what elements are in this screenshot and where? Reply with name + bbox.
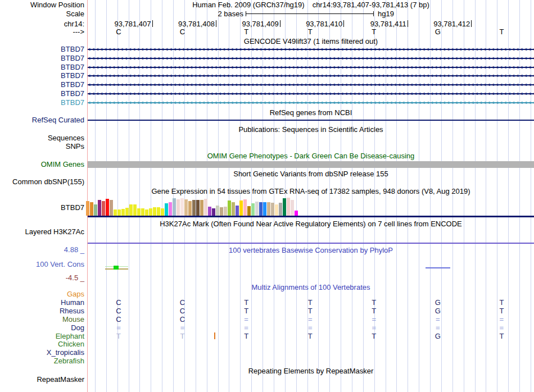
alignment-base: T (179, 332, 187, 340)
gtex-bar[interactable] (141, 208, 144, 216)
gtex-bar[interactable] (169, 202, 172, 216)
gtex-bar[interactable] (267, 202, 270, 216)
omim-title: OMIM Gene Phenotypes - Dark Green Can Be… (88, 152, 534, 159)
common-dbsnp-label[interactable]: Common dbSNP(155) (0, 178, 84, 185)
gtex-bar[interactable] (220, 207, 223, 216)
gtex-bar[interactable] (204, 199, 207, 216)
gtex-bar[interactable] (291, 200, 294, 216)
gtex-bar[interactable] (192, 200, 196, 216)
alignment-base: T (306, 332, 314, 340)
gtex-bar[interactable] (137, 208, 141, 216)
alignment-base: T (370, 307, 378, 314)
gtex-bar[interactable] (259, 202, 263, 216)
gene-label[interactable]: BTBD7 (0, 90, 84, 97)
species-label[interactable]: Zebrafish (0, 357, 84, 364)
gtex-bar[interactable] (279, 203, 282, 216)
gtex-bar[interactable] (133, 204, 137, 216)
gtex-bar[interactable] (196, 200, 200, 216)
species-label[interactable]: Gaps (0, 290, 84, 298)
gtex-bar[interactable] (102, 201, 105, 216)
gene-label[interactable]: BTBD7 (0, 72, 84, 79)
gtex-bar[interactable] (232, 202, 235, 216)
omim-genes-bar[interactable] (88, 161, 534, 168)
sequence-base: T (242, 28, 250, 35)
gtex-bar[interactable] (212, 208, 215, 216)
species-label[interactable]: Elephant (0, 332, 84, 340)
gtex-bar[interactable] (271, 203, 274, 216)
strand-direction-label: ---> (0, 28, 84, 35)
gtex-bar[interactable] (110, 200, 113, 216)
alignment-base: C (179, 316, 187, 323)
dbsnp-title: Short Genetic Variants from dbSNP releas… (88, 170, 534, 177)
gtex-bar[interactable] (200, 200, 203, 216)
gtex-bar[interactable] (114, 209, 117, 216)
cons-mark (426, 267, 450, 268)
gtex-bar[interactable] (287, 198, 290, 216)
species-label[interactable]: Chicken (0, 340, 84, 348)
gtex-bar[interactable] (177, 199, 180, 216)
gtex-bar[interactable] (180, 198, 184, 216)
gtex-bar[interactable] (224, 207, 227, 216)
h3k27ac-baseline[interactable] (88, 243, 534, 244)
gtex-bar[interactable] (86, 201, 89, 216)
gtex-bar[interactable] (121, 209, 125, 216)
repeatmasker-label[interactable]: RepeatMasker (0, 376, 84, 383)
gene-label[interactable]: BTBD7 (0, 54, 84, 62)
alignment-base: T (497, 299, 505, 306)
gtex-bar[interactable] (161, 208, 164, 216)
gtex-bar[interactable] (106, 199, 109, 216)
gtex-bar[interactable] (145, 209, 148, 216)
layered-h3k27ac-label[interactable]: Layered H3K27Ac (0, 228, 84, 235)
gtex-bar[interactable] (117, 209, 121, 216)
gtex-bar[interactable] (283, 198, 286, 216)
gtex-bar[interactable] (239, 200, 243, 216)
gtex-bar[interactable] (90, 202, 93, 216)
species-label[interactable]: Rhesus (0, 307, 84, 314)
sequences-label[interactable]: Sequences (0, 134, 84, 142)
gene-label[interactable]: BTBD7 (0, 99, 84, 106)
species-label[interactable]: Human (0, 299, 84, 306)
gtex-bar[interactable] (251, 203, 255, 216)
gtex-bar[interactable] (165, 203, 168, 216)
species-label[interactable]: Mouse (0, 316, 84, 323)
gtex-bar[interactable] (157, 207, 160, 216)
gene-label[interactable]: BTBD7 (0, 45, 84, 53)
snps-label[interactable]: SNPs (0, 143, 84, 150)
gtex-bar[interactable] (255, 202, 259, 216)
gtex-bar[interactable] (228, 200, 231, 216)
gtex-bar[interactable] (275, 204, 278, 216)
omim-genes-label[interactable]: OMIM Genes (0, 161, 84, 168)
gtex-bar[interactable] (173, 198, 176, 216)
species-label[interactable]: X_tropicalis (0, 349, 84, 356)
gtex-bar[interactable] (208, 207, 211, 216)
cons-mark (114, 266, 119, 270)
gtex-bar[interactable] (153, 207, 156, 216)
alignment-base: = (370, 316, 378, 323)
gtex-bar[interactable] (295, 211, 298, 216)
gtex-bar[interactable] (236, 206, 239, 216)
gtex-bar[interactable] (125, 208, 129, 216)
gtex-bar[interactable] (243, 199, 247, 216)
cons-track-label[interactable]: 100 Vert. Cons (0, 261, 84, 268)
gtex-bar[interactable] (247, 206, 251, 216)
gtex-bar[interactable] (94, 204, 97, 216)
gtex-bar[interactable] (98, 200, 101, 216)
refseq-curated-label[interactable]: RefSeq Curated (0, 116, 84, 124)
gtex-bar[interactable] (263, 202, 266, 216)
gtex-bar[interactable] (216, 206, 219, 216)
refseq-curated-line[interactable] (88, 120, 534, 121)
scale-bar-text: 2 bases (193, 10, 243, 17)
species-label[interactable]: Dog (0, 324, 84, 331)
gtex-bar[interactable] (184, 199, 188, 216)
gene-label[interactable]: BTBD7 (0, 81, 84, 88)
gene-label[interactable]: BTBD7 (0, 63, 84, 71)
gtex-bar[interactable] (188, 201, 192, 216)
scale-bar-right-tick (373, 11, 374, 16)
gencode-track-title: GENCODE V49lift37 (1 items filtered out) (88, 38, 534, 45)
alignment-base: T (306, 307, 314, 314)
gtex-gene-label[interactable]: BTBD7 (0, 204, 84, 211)
window-position-label: Window Position (0, 1, 84, 8)
gtex-bar[interactable] (149, 208, 152, 216)
gtex-bar[interactable] (129, 204, 133, 216)
alignment-base: = (242, 324, 250, 331)
